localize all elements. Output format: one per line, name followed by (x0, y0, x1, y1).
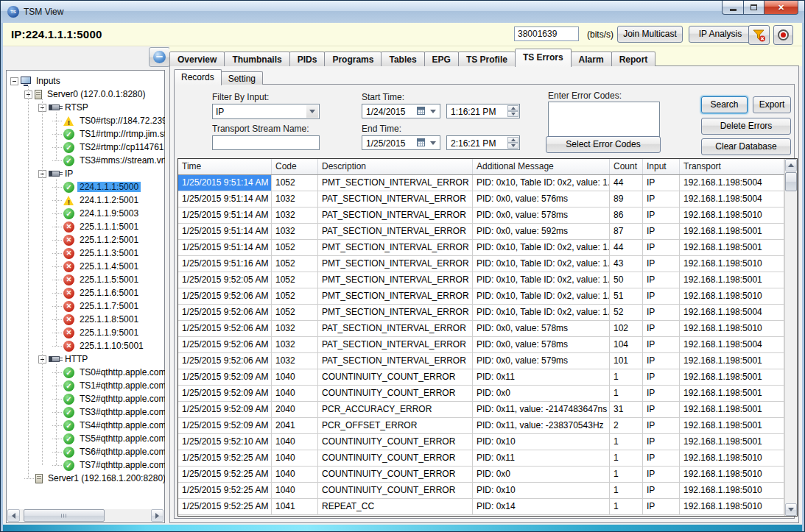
tree-item-225-1-1-4-5001[interactable]: 225.1.1.4:5001 (7, 260, 165, 273)
tree-item-server1-192-168-1-200-8280[interactable]: Server1 (192.168.1.200:8280) (7, 472, 165, 485)
table-row[interactable]: 1/25/2015 9:52:06 AM1052PMT_SECTION_INTE… (178, 288, 784, 305)
column-header-transport[interactable]: Transport (680, 159, 784, 174)
table-row[interactable]: 1/25/2015 9:52:09 AM2041PCR_OFFSET_ERROR… (178, 418, 784, 434)
scroll-down-button[interactable] (785, 503, 797, 516)
time-spinner[interactable] (507, 137, 518, 149)
tab-thumbnails[interactable]: Thumbnails (224, 52, 289, 66)
table-row[interactable]: 1/25/2015 9:52:25 AM1041REPEAT_CCPID: 0x… (178, 499, 784, 515)
clear-database-button[interactable]: Clear Database (701, 138, 791, 155)
table-row[interactable]: 1/25/2015 9:52:25 AM1040COUNTINUITY_COUN… (178, 467, 784, 483)
ip-analysis-button[interactable]: IP Analysis (689, 26, 752, 43)
tab-report[interactable]: Report (611, 52, 656, 66)
table-row[interactable]: 1/25/2015 9:51:14 AM1032PAT_SECTION_INTE… (178, 208, 784, 224)
column-header-code[interactable]: Code (272, 159, 318, 174)
tree-item-ts4-qthttp-apple-com[interactable]: TS4#qthttp.apple.com. (7, 419, 165, 432)
scroll-right-button[interactable] (151, 509, 164, 522)
delete-errors-button[interactable]: Delete Errors (701, 118, 791, 135)
table-row[interactable]: 1/25/2015 9:51:14 AM1032PAT_SECTION_INTE… (178, 191, 784, 208)
tree-item-ts5-qthttp-apple-com[interactable]: TS5#qthttp.apple.com. (7, 432, 165, 445)
tree-item-225-1-1-10-5001[interactable]: 225.1.1.10:5001 (7, 339, 165, 352)
start-date-picker[interactable]: 1/24/2015 (362, 104, 440, 118)
collapse-tree-button[interactable] (149, 47, 170, 67)
hscroll-thumb[interactable] (24, 509, 105, 522)
join-multicast-button[interactable]: Join Multicast (617, 26, 683, 43)
tree-item-225-1-1-2-5001[interactable]: 225.1.1.2:5001 (7, 233, 165, 247)
table-vscrollbar[interactable] (784, 159, 797, 516)
table-row[interactable]: 1/25/2015 9:52:09 AM1040COUNTINUITY_COUN… (178, 386, 784, 402)
tree-item-224-1-1-2-5001[interactable]: 224.1.1.2:5001 (7, 194, 165, 207)
bitrate-field[interactable] (514, 26, 579, 41)
tab-epg[interactable]: EPG (424, 52, 459, 66)
transport-stream-name-input[interactable] (212, 135, 320, 150)
subtab-setting[interactable]: Setting (221, 71, 263, 85)
combobox-dropdown-button[interactable] (306, 105, 318, 118)
tree-item-ts3-mms-stream-vrf[interactable]: TS3#mms://stream.vrf (7, 154, 165, 167)
column-header-input[interactable]: Input (643, 159, 680, 174)
tree-item-224-1-1-1-5000[interactable]: 224.1.1.1:5000 (7, 180, 165, 194)
table-row[interactable]: 1/25/2015 9:51:14 AM1052PMT_SECTION_INTE… (178, 240, 784, 256)
tree-item-224-1-1-9-5003[interactable]: 224.1.1.9:5003 (7, 207, 165, 220)
table-row[interactable]: 1/25/2015 9:51:14 AM1052PMT_SECTION_INTE… (178, 175, 784, 191)
record-button[interactable] (773, 25, 793, 45)
tab-programs[interactable]: Programs (324, 52, 382, 66)
tree-item-225-1-1-3-5001[interactable]: 225.1.1.3:5001 (7, 247, 165, 260)
tree-hscrollbar[interactable] (7, 509, 164, 522)
tree-item-ts7-qthttp-apple-com[interactable]: TS7#qthttp.apple.com. (7, 458, 165, 472)
tree-item-225-1-1-1-5001[interactable]: 225.1.1.1:5001 (7, 220, 165, 233)
tree-item-inputs[interactable]: Inputs (7, 74, 165, 88)
table-row[interactable]: 1/25/2015 9:52:10 AM1040COUNTINUITY_COUN… (178, 434, 784, 450)
filter-by-input-combobox[interactable]: IP (212, 104, 320, 119)
tree-item-ts1-rtmp-rtmp-jim-str[interactable]: TS1#rtmp://rtmp.jim.str (7, 127, 165, 141)
tree-item-225-1-1-9-5001[interactable]: 225.1.1.9:5001 (7, 326, 165, 339)
vscroll-thumb[interactable] (785, 172, 797, 191)
table-row[interactable]: 1/25/2015 9:52:06 AM1032PAT_SECTION_INTE… (178, 353, 784, 369)
table-row[interactable]: 1/25/2015 9:52:05 AM1052PMT_SECTION_INTE… (178, 272, 784, 288)
tree-item-ts2-qthttp-apple-com[interactable]: TS2#qthttp.apple.com. (7, 392, 165, 405)
start-clock-picker[interactable]: 1:16:21 PM (446, 104, 520, 118)
tree-item-ts6-qthttp-apple-com[interactable]: TS6#qthttp.apple.com. (7, 445, 165, 458)
tree-item-225-1-1-8-5001[interactable]: 225.1.1.8:5001 (7, 313, 165, 326)
subtab-records[interactable]: Records (174, 69, 222, 85)
tree-item-http[interactable]: HTTP (7, 352, 165, 366)
column-header-count[interactable]: Count (610, 159, 643, 174)
tree-item-server0-127-0-0-1-8280[interactable]: Server0 (127.0.0.1:8280) (7, 88, 165, 101)
column-header-time[interactable]: Time (178, 159, 272, 174)
end-date-picker[interactable]: 1/25/2015 (362, 135, 440, 150)
column-header-additional-message[interactable]: Additional Message (473, 159, 610, 174)
scroll-up-button[interactable] (785, 159, 797, 171)
table-row[interactable]: 1/25/2015 9:52:25 AM1040COUNTINUITY_COUN… (178, 483, 784, 499)
column-header-description[interactable]: Description (318, 159, 473, 174)
tree-item-ts3-qthttp-apple-com[interactable]: TS3#qthttp.apple.com. (7, 405, 165, 419)
export-button[interactable]: Export (753, 96, 791, 113)
tree-item-ts1-qthttp-apple-com[interactable]: TS1#qthttp.apple.com. (7, 379, 165, 392)
tree-item-225-1-1-7-5001[interactable]: 225.1.1.7:5001 (7, 299, 165, 313)
table-row[interactable]: 1/25/2015 9:51:14 AM1032PAT_SECTION_INTE… (178, 224, 784, 240)
tab-pids[interactable]: PIDs (289, 52, 326, 66)
tree-item-ts2-rtmp-cp114761[interactable]: TS2#rtmp://cp114761 (7, 141, 165, 154)
tree-item-ts0-rtsp-184-72-239[interactable]: TS0#rtsp://184.72.239 (7, 114, 165, 127)
end-clock-picker[interactable]: 2:16:21 PM (446, 135, 520, 150)
table-row[interactable]: 1/25/2015 9:52:06 AM1032PAT_SECTION_INTE… (178, 337, 784, 353)
table-row[interactable]: 1/25/2015 9:52:09 AM1040COUNTINUITY_COUN… (178, 369, 784, 386)
tree-item-ts0-qthttp-apple-com[interactable]: TS0#qthttp.apple.com. (7, 366, 165, 379)
table-row[interactable]: 1/25/2015 9:52:09 AM2040PCR_ACCURACY_ERR… (178, 402, 784, 418)
close-button[interactable]: ✕ (764, 1, 798, 15)
tab-alarm[interactable]: Alarm (571, 52, 612, 66)
maximize-button[interactable] (744, 1, 764, 15)
time-spinner[interactable] (507, 105, 518, 117)
tree-item-225-1-1-5-5001[interactable]: 225.1.1.5:5001 (7, 273, 165, 286)
tree-item-ip[interactable]: IP (7, 167, 165, 180)
tab-overview[interactable]: Overview (169, 52, 225, 66)
date-dropdown-button[interactable] (427, 105, 439, 117)
search-button[interactable]: Search (701, 96, 748, 113)
scroll-left-button[interactable] (7, 509, 20, 522)
tree-item-rtsp[interactable]: RTSP (7, 101, 165, 114)
tree-item-225-1-1-6-5001[interactable]: 225.1.1.6:5001 (7, 286, 165, 299)
expander-icon[interactable] (10, 77, 18, 85)
table-row[interactable]: 1/25/2015 9:52:06 AM1052PMT_SECTION_INTE… (178, 305, 784, 321)
tab-ts-errors[interactable]: TS Errors (515, 49, 572, 67)
date-dropdown-button[interactable] (427, 137, 439, 149)
table-row[interactable]: 1/25/2015 9:52:25 AM1040COUNTINUITY_COUN… (178, 450, 784, 467)
clear-filter-button[interactable] (748, 25, 770, 45)
select-error-codes-button[interactable]: Select Error Codes (546, 136, 661, 153)
